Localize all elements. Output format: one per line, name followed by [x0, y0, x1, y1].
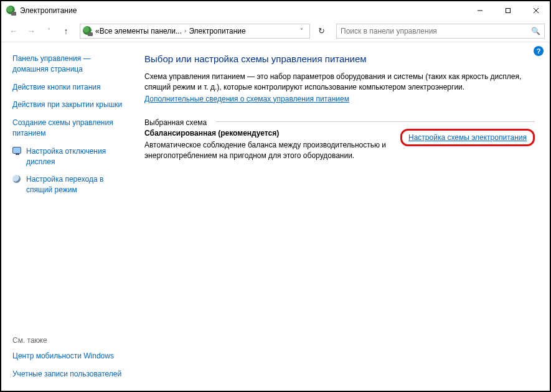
chevron-down-icon[interactable]: ˅ [296, 27, 307, 34]
chevron-right-icon: › [182, 27, 189, 34]
breadcrumb[interactable]: « Все элементы панели... › Электропитани… [80, 24, 310, 39]
minimize-button[interactable] [466, 2, 494, 19]
sidebar-link-create-plan[interactable]: Создание схемы управления питанием [12, 118, 127, 139]
page-heading: Выбор или настройка схемы управления пит… [144, 54, 535, 64]
section-divider [216, 121, 535, 122]
moon-icon [12, 175, 22, 185]
power-plan-row: Сбалансированная (рекомендуется) Автомат… [144, 129, 535, 161]
search-icon[interactable]: 🔍 [531, 27, 540, 35]
see-also-user-accounts[interactable]: Учетные записи пользователей [12, 369, 127, 380]
highlight-annotation: Настройка схемы электропитания [400, 129, 535, 146]
search-input[interactable] [341, 27, 531, 35]
monitor-icon [12, 147, 22, 157]
see-also-mobility-center[interactable]: Центр мобильности Windows [12, 351, 127, 362]
power-options-icon [83, 26, 93, 36]
sidebar-link-lid-close[interactable]: Действия при закрытии крышки [12, 100, 127, 110]
plan-description: Автоматическое соблюдение баланса между … [144, 140, 393, 161]
breadcrumb-item[interactable]: Электропитание [189, 27, 245, 35]
change-plan-settings-link[interactable]: Настройка схемы электропитания [408, 133, 527, 142]
breadcrumb-prefix: « [95, 27, 100, 35]
sidebar-link-power-button[interactable]: Действие кнопки питания [12, 82, 127, 93]
content: ? Панель управления — домашняя страница … [1, 42, 550, 390]
sidebar-link-sleep[interactable]: Настройка перехода в спящий режим [26, 174, 127, 195]
control-panel-home-link[interactable]: Панель управления — домашняя страница [12, 54, 127, 75]
close-button[interactable] [522, 2, 550, 19]
maximize-button[interactable] [494, 2, 522, 19]
breadcrumb-item[interactable]: Все элементы панели... [100, 27, 182, 35]
plan-name: Сбалансированная (рекомендуется) [144, 129, 393, 138]
main-pane: Выбор или настройка схемы управления пит… [133, 42, 550, 390]
titlebar: Электропитание [1, 1, 550, 20]
page-description: Схема управления питанием — это набор па… [144, 72, 535, 93]
refresh-button[interactable]: ↻ [313, 26, 330, 35]
search-box[interactable]: 🔍 [336, 24, 545, 39]
up-button[interactable]: ↑ [59, 24, 73, 39]
svg-rect-1 [506, 9, 510, 13]
window-title: Электропитание [20, 6, 77, 15]
recent-dropdown[interactable]: ˅ [41, 24, 56, 39]
forward-button[interactable]: → [24, 24, 39, 39]
sidebar: Панель управления — домашняя страница Де… [1, 42, 133, 390]
navbar: ← → ˅ ↑ « Все элементы панели... › Элект… [1, 20, 550, 42]
sidebar-link-display-off[interactable]: Настройка отключения дисплея [26, 146, 127, 167]
power-options-icon [6, 6, 16, 16]
see-also-heading: См. также [12, 336, 127, 345]
more-info-link[interactable]: Дополнительные сведения о схемах управле… [144, 95, 349, 103]
help-icon[interactable]: ? [534, 46, 544, 56]
section-label: Выбранная схема [144, 118, 210, 127]
back-button[interactable]: ← [6, 24, 21, 39]
